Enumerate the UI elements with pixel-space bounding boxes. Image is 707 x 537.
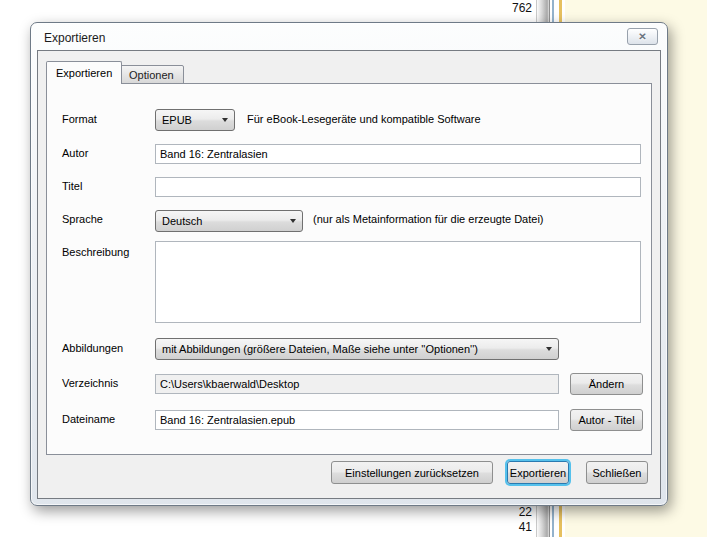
sprache-dropdown[interactable]: Deutsch [155, 210, 303, 232]
close-button[interactable]: ✕ [627, 28, 658, 45]
chevron-down-icon [222, 118, 228, 122]
beschreibung-label: Beschreibung [62, 246, 129, 258]
tab-optionen[interactable]: Optionen [119, 65, 184, 84]
tab-exportieren[interactable]: Exportieren [46, 61, 122, 84]
background-number: 22 [490, 505, 532, 519]
sprache-label: Sprache [62, 213, 103, 225]
autor-label: Autor [62, 147, 88, 159]
dateiname-input[interactable] [155, 410, 559, 430]
aendern-button[interactable]: Ändern [570, 373, 643, 395]
verzeichnis-label: Verzeichnis [62, 377, 118, 389]
autor-input[interactable] [155, 144, 641, 164]
close-icon: ✕ [638, 31, 646, 42]
verzeichnis-field [155, 374, 559, 394]
dialog-client-area: Exportieren Optionen Format EPUB Für eBo… [37, 50, 661, 499]
chevron-down-icon [290, 219, 296, 223]
schliessen-button[interactable]: Schließen [586, 461, 648, 484]
format-dropdown[interactable]: EPUB [155, 109, 235, 131]
format-value: EPUB [162, 114, 216, 126]
titel-input[interactable] [155, 177, 641, 197]
format-hint: Für eBook-Lesegeräte und kompatible Soft… [247, 113, 481, 125]
beschreibung-textarea[interactable] [155, 241, 641, 323]
tab-page-exportieren: Format EPUB Für eBook-Lesegeräte und kom… [46, 83, 652, 455]
chevron-down-icon [546, 347, 552, 351]
reset-settings-button[interactable]: Einstellungen zurücksetzen [331, 461, 493, 484]
format-label: Format [62, 113, 97, 125]
titel-label: Titel [62, 180, 82, 192]
autor-titel-button[interactable]: Autor - Titel [570, 409, 643, 431]
tab-label: Exportieren [56, 67, 112, 79]
abbildungen-dropdown[interactable]: mit Abbildungen (größere Dateien, Maße s… [155, 338, 559, 360]
abbildungen-value: mit Abbildungen (größere Dateien, Maße s… [162, 343, 540, 355]
background-number: 41 [490, 520, 532, 534]
abbildungen-label: Abbildungen [62, 342, 123, 354]
sprache-hint: (nur als Metainformation für die erzeugt… [313, 213, 544, 225]
export-dialog: Exportieren ✕ Exportieren Optionen Forma… [30, 22, 668, 506]
sprache-value: Deutsch [162, 215, 284, 227]
dialog-title: Exportieren [44, 31, 105, 45]
dateiname-label: Dateiname [62, 413, 115, 425]
tab-label: Optionen [129, 69, 174, 81]
background-number: 762 [490, 1, 532, 15]
export-button[interactable]: Exportieren [507, 461, 569, 484]
